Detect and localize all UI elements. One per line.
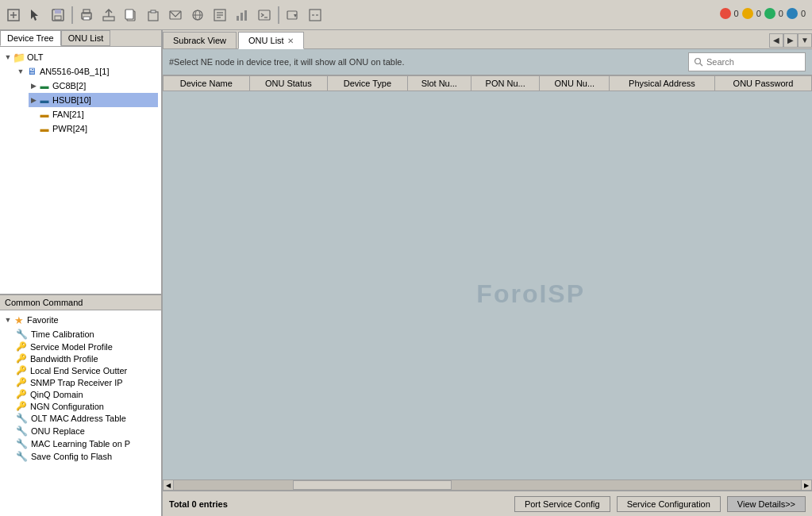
expand-olt[interactable]: ▼ (3, 52, 13, 62)
expand-favorite[interactable]: ▼ (3, 315, 13, 325)
email-btn[interactable] (165, 5, 186, 25)
col-onu-num: ONU Nu... (540, 76, 610, 91)
cmd-save-config[interactable]: 🔧 Save Config to Flash (0, 450, 161, 463)
olt-folder-icon: 📁 (13, 51, 25, 64)
total-entries-label: Total 0 entries (169, 499, 228, 509)
gc8b-icon: ▬ (38, 79, 51, 92)
watermark: ForoISP (476, 279, 585, 309)
common-cmd-header: Common Command (0, 295, 161, 310)
fan-label: FAN[21] (52, 110, 84, 119)
traffic-lights: 0 0 0 0 (720, 8, 806, 19)
tab-onu-close[interactable]: ✕ (287, 37, 294, 45)
tree-olt-root[interactable]: ▼ 📁 OLT (3, 50, 158, 64)
cmd-snmp-trap[interactable]: 🔑 SNMP Trap Receiver IP (0, 376, 161, 388)
tab-subrack-view[interactable]: Subrack View (163, 32, 237, 48)
main-layout: Device Tree ONU List ▼ 📁 OLT ▼ 🖥 AN5516-… (0, 30, 812, 516)
tree-an5516[interactable]: ▼ 🖥 AN5516-04B_1[1] (16, 64, 158, 79)
an5516-icon: 🖥 (25, 65, 38, 78)
expand-an5516[interactable]: ▼ (16, 67, 25, 76)
toolbar: 0 0 0 0 (0, 0, 812, 30)
svg-rect-6 (55, 16, 61, 20)
search-box (688, 52, 806, 71)
pwr-icon: ▬ (38, 122, 51, 135)
svg-rect-5 (55, 10, 61, 13)
dropdown-btn[interactable] (283, 5, 303, 25)
cmd-local-end-service[interactable]: 🔑 Local End Service Outter (0, 364, 161, 376)
settings-btn2[interactable] (210, 5, 230, 25)
save-btn[interactable] (48, 5, 68, 25)
svg-rect-25 (241, 13, 243, 21)
tree-pwr[interactable]: ▬ PWR[24] (29, 121, 158, 136)
svg-marker-30 (294, 14, 297, 17)
common-cmd-list: ▼ ★ Favorite 🔧 Time Calibration 🔑 Servic… (0, 310, 161, 516)
tl-blue (787, 8, 798, 19)
horizontal-scrollbar[interactable]: ◀ ▶ (163, 479, 812, 491)
tl-blue-count: 0 (801, 9, 806, 18)
col-slot-num: Slot Nu... (407, 76, 471, 91)
help-btn[interactable] (305, 5, 325, 25)
svg-rect-15 (151, 10, 156, 13)
paste-btn[interactable] (143, 5, 164, 25)
view-details-btn[interactable]: View Details>> (727, 496, 806, 512)
scroll-right-btn[interactable]: ▶ (801, 479, 812, 491)
graph-btn[interactable] (232, 5, 252, 25)
print-btn[interactable] (76, 5, 97, 25)
new-btn[interactable] (3, 5, 24, 25)
scroll-left-btn[interactable]: ◀ (163, 479, 174, 491)
cmd-mac-learning[interactable]: 🔧 MAC Learning Table on P (0, 437, 161, 450)
tab-nav-next[interactable]: ▶ (783, 33, 798, 48)
svg-rect-26 (244, 10, 247, 21)
tab-subrack-label: Subrack View (173, 36, 226, 45)
mouse-btn[interactable] (25, 5, 46, 25)
cmd-label-8: ONU Replace (31, 426, 85, 436)
svg-rect-24 (237, 16, 239, 21)
tl-red (720, 8, 731, 19)
svg-rect-9 (83, 17, 90, 20)
wrench-icon-10: 🔧 (16, 451, 28, 462)
cmd-onu-replace[interactable]: 🔧 ONU Replace (0, 425, 161, 437)
col-onu-password: ONU Password (714, 76, 811, 91)
tab-navigation: ◀ ▶ ▼ (769, 32, 812, 48)
svg-rect-13 (125, 10, 133, 19)
tab-onu-list[interactable]: ONU List ✕ (238, 32, 304, 49)
svg-rect-10 (103, 17, 114, 21)
scroll-thumb[interactable] (293, 480, 452, 490)
tab-nav-menu[interactable]: ▼ (798, 33, 812, 48)
tree-fan[interactable]: ▬ FAN[21] (29, 107, 158, 121)
cmd-qinq-domain[interactable]: 🔑 QinQ Domain (0, 388, 161, 400)
common-cmd-title: Common Command (5, 298, 83, 307)
onu-list-tab[interactable]: ONU List (61, 30, 111, 46)
expand-gc8b[interactable]: ▶ (29, 81, 38, 90)
svg-marker-3 (31, 10, 38, 21)
expand-hsub[interactable]: ▶ (29, 95, 38, 105)
pwr-label: PWR[24] (52, 124, 87, 133)
hsub-label: HSUB[10] (52, 95, 91, 105)
tab-nav-prev[interactable]: ◀ (769, 33, 783, 48)
cmd-olt-mac[interactable]: 🔧 OLT MAC Address Table (0, 412, 161, 425)
favorite-section[interactable]: ▼ ★ Favorite (0, 312, 161, 328)
cmd-bandwidth-profile[interactable]: 🔑 Bandwidth Profile (0, 352, 161, 364)
favorite-icon: ★ (13, 314, 25, 326)
table-header-row: Device Name ONU Status Device Type Slot … (164, 76, 812, 91)
no-expand-fan (29, 110, 38, 119)
upload-btn[interactable] (98, 5, 119, 25)
tree-gc8b[interactable]: ▶ ▬ GC8B[2] (29, 79, 158, 93)
tree-hsub[interactable]: ▶ ▬ HSUB[10] (29, 93, 158, 107)
key-icon-1: 🔑 (16, 341, 27, 352)
an5516-label: AN5516-04B_1[1] (40, 67, 109, 76)
cmd-ngn-config[interactable]: 🔑 NGN Configuration (0, 400, 161, 412)
terminal-btn[interactable] (254, 5, 275, 25)
common-command-panel: Common Command ▼ ★ Favorite 🔧 Time Calib… (0, 294, 161, 516)
search-input[interactable] (706, 57, 786, 67)
key-icon-4: 🔑 (16, 377, 27, 387)
device-tree-tab[interactable]: Device Tree (0, 30, 61, 46)
cmd-time-calibration[interactable]: 🔧 Time Calibration (0, 328, 161, 341)
cmd-service-model-profile[interactable]: 🔑 Service Model Profile (0, 341, 161, 352)
service-config-btn[interactable]: Service Configuration (617, 496, 721, 512)
content-area: #Select NE node in device tree, it will … (163, 49, 812, 516)
port-service-config-btn[interactable]: Port Service Config (514, 496, 610, 512)
scroll-track[interactable] (174, 480, 801, 490)
web-btn[interactable] (187, 5, 208, 25)
cmd-label-2: Bandwidth Profile (30, 354, 98, 364)
copy-btn2[interactable] (121, 5, 141, 25)
